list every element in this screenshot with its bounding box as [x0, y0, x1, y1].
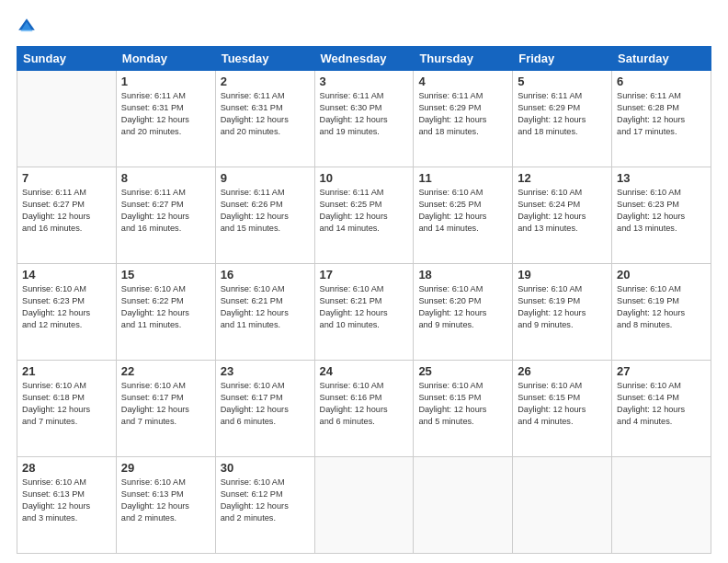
day-info: Sunrise: 6:11 AMSunset: 6:29 PMDaylight:… [518, 90, 607, 138]
day-cell: 11Sunrise: 6:10 AMSunset: 6:25 PMDayligh… [414, 167, 513, 264]
day-cell: 1Sunrise: 6:11 AMSunset: 6:31 PMDaylight… [116, 71, 215, 167]
day-cell: 2Sunrise: 6:11 AMSunset: 6:31 PMDaylight… [215, 71, 314, 167]
day-info: Sunrise: 6:10 AMSunset: 6:22 PMDaylight:… [121, 283, 210, 331]
day-cell: 14Sunrise: 6:10 AMSunset: 6:23 PMDayligh… [17, 264, 117, 361]
day-number: 25 [418, 364, 507, 378]
weekday-header-monday: Monday [116, 47, 215, 71]
day-cell: 9Sunrise: 6:11 AMSunset: 6:26 PMDaylight… [215, 167, 314, 264]
day-number: 20 [617, 268, 706, 282]
day-cell: 19Sunrise: 6:10 AMSunset: 6:19 PMDayligh… [513, 264, 612, 361]
day-info: Sunrise: 6:10 AMSunset: 6:15 PMDaylight:… [418, 380, 507, 428]
day-cell [513, 457, 612, 554]
day-number: 2 [221, 75, 310, 88]
header [17, 17, 711, 37]
day-info: Sunrise: 6:10 AMSunset: 6:24 PMDaylight:… [518, 187, 607, 235]
day-info: Sunrise: 6:10 AMSunset: 6:25 PMDaylight:… [418, 187, 507, 235]
weekday-header-friday: Friday [513, 47, 612, 71]
day-cell: 8Sunrise: 6:11 AMSunset: 6:27 PMDaylight… [116, 167, 215, 264]
day-info: Sunrise: 6:11 AMSunset: 6:29 PMDaylight:… [418, 90, 507, 138]
day-number: 5 [518, 75, 607, 88]
day-cell: 15Sunrise: 6:10 AMSunset: 6:22 PMDayligh… [116, 264, 215, 361]
day-number: 21 [22, 364, 111, 378]
weekday-header-tuesday: Tuesday [215, 47, 314, 71]
day-number: 1 [121, 75, 210, 88]
day-cell: 20Sunrise: 6:10 AMSunset: 6:19 PMDayligh… [612, 264, 711, 361]
day-cell: 13Sunrise: 6:10 AMSunset: 6:23 PMDayligh… [612, 167, 711, 264]
day-cell: 18Sunrise: 6:10 AMSunset: 6:20 PMDayligh… [414, 264, 513, 361]
day-cell [314, 457, 414, 554]
day-number: 14 [22, 268, 111, 282]
day-cell: 6Sunrise: 6:11 AMSunset: 6:28 PMDaylight… [612, 71, 711, 167]
day-info: Sunrise: 6:10 AMSunset: 6:20 PMDaylight:… [418, 283, 507, 331]
day-info: Sunrise: 6:10 AMSunset: 6:17 PMDaylight:… [121, 380, 210, 428]
day-number: 10 [320, 171, 409, 185]
week-row-3: 14Sunrise: 6:10 AMSunset: 6:23 PMDayligh… [17, 264, 711, 361]
day-number: 6 [617, 75, 706, 88]
day-cell: 3Sunrise: 6:11 AMSunset: 6:30 PMDaylight… [314, 71, 414, 167]
day-cell: 24Sunrise: 6:10 AMSunset: 6:16 PMDayligh… [314, 361, 414, 457]
day-cell: 21Sunrise: 6:10 AMSunset: 6:18 PMDayligh… [17, 361, 117, 457]
day-cell [17, 71, 117, 167]
page: SundayMondayTuesdayWednesdayThursdayFrid… [0, 0, 728, 563]
day-number: 29 [121, 461, 210, 475]
day-number: 12 [518, 171, 607, 185]
day-cell [414, 457, 513, 554]
day-number: 3 [320, 75, 409, 88]
day-info: Sunrise: 6:10 AMSunset: 6:23 PMDaylight:… [22, 283, 111, 331]
day-info: Sunrise: 6:10 AMSunset: 6:12 PMDaylight:… [221, 477, 310, 524]
day-number: 18 [418, 268, 507, 282]
day-cell: 23Sunrise: 6:10 AMSunset: 6:17 PMDayligh… [215, 361, 314, 457]
day-info: Sunrise: 6:10 AMSunset: 6:16 PMDaylight:… [320, 380, 409, 428]
day-info: Sunrise: 6:11 AMSunset: 6:27 PMDaylight:… [22, 187, 111, 235]
day-cell: 4Sunrise: 6:11 AMSunset: 6:29 PMDaylight… [414, 71, 513, 167]
week-row-4: 21Sunrise: 6:10 AMSunset: 6:18 PMDayligh… [17, 361, 711, 457]
day-info: Sunrise: 6:10 AMSunset: 6:19 PMDaylight:… [518, 283, 607, 331]
day-number: 7 [22, 171, 111, 185]
day-info: Sunrise: 6:11 AMSunset: 6:31 PMDaylight:… [221, 90, 310, 138]
day-info: Sunrise: 6:10 AMSunset: 6:13 PMDaylight:… [121, 477, 210, 524]
logo-icon [17, 17, 37, 37]
day-number: 22 [121, 364, 210, 378]
day-cell [612, 457, 711, 554]
day-info: Sunrise: 6:11 AMSunset: 6:26 PMDaylight:… [221, 187, 310, 235]
day-info: Sunrise: 6:10 AMSunset: 6:18 PMDaylight:… [22, 380, 111, 428]
day-info: Sunrise: 6:10 AMSunset: 6:23 PMDaylight:… [617, 187, 706, 235]
day-info: Sunrise: 6:10 AMSunset: 6:19 PMDaylight:… [617, 283, 706, 331]
day-info: Sunrise: 6:10 AMSunset: 6:15 PMDaylight:… [518, 380, 607, 428]
day-number: 16 [221, 268, 310, 282]
calendar-table: SundayMondayTuesdayWednesdayThursdayFrid… [17, 46, 711, 554]
weekday-header-row: SundayMondayTuesdayWednesdayThursdayFrid… [17, 47, 711, 71]
day-info: Sunrise: 6:10 AMSunset: 6:17 PMDaylight:… [221, 380, 310, 428]
day-cell: 28Sunrise: 6:10 AMSunset: 6:13 PMDayligh… [17, 457, 117, 554]
day-number: 9 [221, 171, 310, 185]
day-info: Sunrise: 6:11 AMSunset: 6:27 PMDaylight:… [121, 187, 210, 235]
weekday-header-thursday: Thursday [414, 47, 513, 71]
day-cell: 26Sunrise: 6:10 AMSunset: 6:15 PMDayligh… [513, 361, 612, 457]
day-number: 11 [418, 171, 507, 185]
day-number: 28 [22, 461, 111, 475]
day-cell: 30Sunrise: 6:10 AMSunset: 6:12 PMDayligh… [215, 457, 314, 554]
week-row-2: 7Sunrise: 6:11 AMSunset: 6:27 PMDaylight… [17, 167, 711, 264]
day-number: 27 [617, 364, 706, 378]
day-info: Sunrise: 6:10 AMSunset: 6:21 PMDaylight:… [221, 283, 310, 331]
day-info: Sunrise: 6:11 AMSunset: 6:25 PMDaylight:… [320, 187, 409, 235]
logo [17, 17, 40, 37]
day-cell: 25Sunrise: 6:10 AMSunset: 6:15 PMDayligh… [414, 361, 513, 457]
day-cell: 29Sunrise: 6:10 AMSunset: 6:13 PMDayligh… [116, 457, 215, 554]
day-number: 15 [121, 268, 210, 282]
day-number: 23 [221, 364, 310, 378]
weekday-header-sunday: Sunday [17, 47, 117, 71]
day-cell: 12Sunrise: 6:10 AMSunset: 6:24 PMDayligh… [513, 167, 612, 264]
day-info: Sunrise: 6:11 AMSunset: 6:30 PMDaylight:… [320, 90, 409, 138]
week-row-5: 28Sunrise: 6:10 AMSunset: 6:13 PMDayligh… [17, 457, 711, 554]
day-cell: 27Sunrise: 6:10 AMSunset: 6:14 PMDayligh… [612, 361, 711, 457]
day-number: 17 [320, 268, 409, 282]
day-number: 13 [617, 171, 706, 185]
day-number: 4 [418, 75, 507, 88]
day-info: Sunrise: 6:11 AMSunset: 6:31 PMDaylight:… [121, 90, 210, 138]
day-cell: 7Sunrise: 6:11 AMSunset: 6:27 PMDaylight… [17, 167, 117, 264]
day-cell: 22Sunrise: 6:10 AMSunset: 6:17 PMDayligh… [116, 361, 215, 457]
day-number: 26 [518, 364, 607, 378]
day-cell: 10Sunrise: 6:11 AMSunset: 6:25 PMDayligh… [314, 167, 414, 264]
day-number: 8 [121, 171, 210, 185]
